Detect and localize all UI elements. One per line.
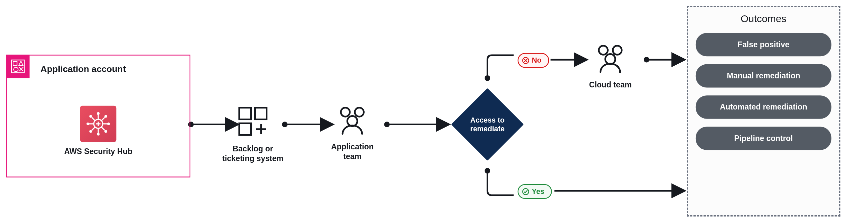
decision-diamond: Access to remediate — [451, 88, 524, 161]
outcomes-box: Outcomes False positive Manual remediati… — [687, 6, 840, 217]
svg-point-31 — [87, 123, 89, 125]
svg-point-15 — [14, 67, 18, 72]
svg-point-30 — [97, 133, 99, 135]
svg-rect-13 — [13, 62, 17, 66]
svg-point-4 — [485, 168, 490, 174]
svg-rect-37 — [239, 108, 251, 120]
svg-point-44 — [347, 116, 357, 126]
outcome-pill: Pipeline control — [696, 127, 832, 150]
team-icon — [334, 105, 370, 135]
svg-point-42 — [341, 108, 350, 117]
application-account-title: Application account — [40, 64, 126, 74]
team-icon — [592, 43, 628, 74]
application-team-node: Application team — [331, 105, 374, 161]
decision-label: Access to remediate — [451, 88, 524, 161]
svg-marker-14 — [19, 61, 23, 65]
outcome-pill: Automated remediation — [696, 95, 832, 119]
application-account-box: Application account — [6, 55, 190, 178]
account-icon — [6, 55, 30, 78]
branch-yes-badge: Yes — [518, 184, 552, 199]
svg-point-32 — [107, 123, 110, 125]
svg-point-33 — [90, 115, 92, 118]
svg-rect-39 — [239, 123, 251, 135]
cloud-team-label: Cloud team — [589, 80, 632, 89]
svg-line-25 — [92, 118, 95, 121]
svg-line-27 — [101, 118, 104, 121]
backlog-label: Backlog or ticketing system — [222, 144, 283, 163]
outcomes-title: Outcomes — [696, 13, 832, 25]
svg-point-50 — [613, 46, 622, 55]
backlog-node: Backlog or ticketing system — [222, 105, 283, 163]
close-circle-icon — [522, 57, 529, 64]
svg-line-26 — [101, 127, 104, 130]
branch-no-label: No — [532, 56, 541, 65]
outcome-pill: Manual remediation — [696, 64, 832, 88]
svg-point-35 — [104, 115, 107, 118]
svg-point-51 — [605, 54, 615, 64]
svg-point-5 — [644, 57, 650, 63]
backlog-icon — [236, 105, 269, 137]
cloud-team-node: Cloud team — [589, 43, 632, 89]
svg-point-49 — [599, 46, 608, 55]
security-hub-label: AWS Security Hub — [64, 146, 132, 156]
branch-yes-label: Yes — [532, 187, 544, 196]
svg-line-28 — [92, 127, 95, 130]
outcome-pill: False positive — [696, 33, 832, 56]
application-team-label: Application team — [331, 142, 374, 161]
svg-point-36 — [90, 130, 92, 133]
svg-point-29 — [97, 112, 99, 115]
branch-no-badge: No — [518, 53, 549, 68]
check-circle-icon — [522, 188, 529, 195]
svg-point-3 — [485, 75, 490, 81]
svg-point-34 — [104, 130, 107, 133]
svg-rect-38 — [255, 108, 267, 120]
security-hub-icon — [80, 106, 116, 142]
aws-security-hub-node: AWS Security Hub — [64, 106, 132, 156]
svg-point-2 — [384, 122, 390, 127]
svg-point-43 — [355, 108, 364, 117]
